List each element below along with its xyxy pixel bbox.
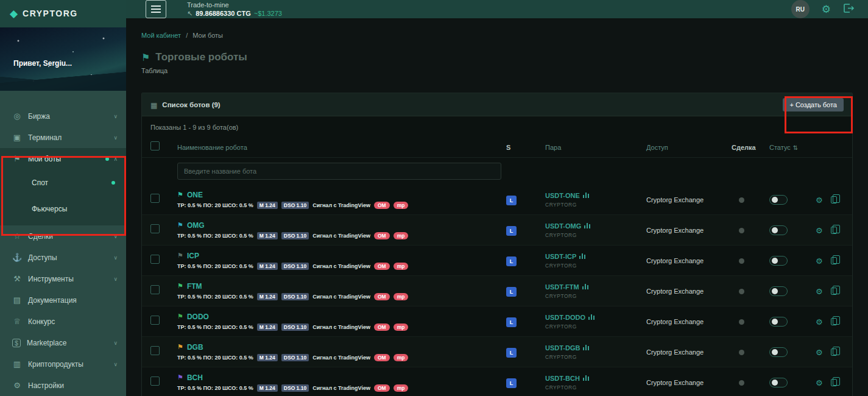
- row-checkbox[interactable]: [150, 316, 160, 325]
- column-header-status[interactable]: Статус: [766, 144, 816, 151]
- sidebar-item-access[interactable]: ⚓Доступы∨: [0, 247, 126, 268]
- pair-link[interactable]: USDT-ONE: [545, 192, 640, 199]
- status-toggle[interactable]: [769, 195, 788, 205]
- martingale-badge: M 1.24: [257, 354, 278, 361]
- breadcrumb: Мой кабинет / Мои боты: [141, 32, 853, 39]
- column-header-deal[interactable]: Сделка: [732, 144, 766, 151]
- sidebar-subitem-futures[interactable]: Фьючерсы: [0, 196, 126, 222]
- row-checkbox[interactable]: [150, 224, 160, 233]
- exchange-sublabel: CRYPTORG: [545, 263, 640, 269]
- row-checkbox[interactable]: [150, 377, 160, 386]
- brand-header[interactable]: CRYPTORG: [0, 0, 126, 27]
- status-toggle[interactable]: [769, 256, 788, 266]
- signal-label: Сигнал с TradingView: [312, 202, 370, 208]
- breadcrumb-link-cabinet[interactable]: Мой кабинет: [141, 32, 181, 39]
- chart-icon: [588, 314, 595, 320]
- select-all-checkbox[interactable]: [150, 141, 160, 150]
- sidebar-subitem-spot[interactable]: Спот: [0, 169, 126, 196]
- pair-link[interactable]: USDT-FTM: [545, 283, 640, 291]
- pair-link[interactable]: USDT-DODO: [545, 314, 640, 321]
- sidebar-subitem-label: Спот: [32, 179, 48, 187]
- sidebar: CRYPTORG Привет, Sergiu... ◎Биржа∨▣Терми…: [0, 0, 126, 396]
- copy-bot-icon[interactable]: [831, 288, 837, 295]
- settings-gear-icon[interactable]: [822, 3, 831, 16]
- chevron-down-icon: ∨: [113, 340, 118, 346]
- copy-bot-icon[interactable]: [831, 257, 837, 264]
- bots-icon: [141, 52, 150, 63]
- martingale-badge: M 1.24: [257, 293, 278, 300]
- row-actions: [816, 286, 844, 297]
- status-toggle[interactable]: [769, 286, 788, 296]
- pair-link[interactable]: USDT-BCH: [545, 375, 640, 382]
- sidebar-item-terminal[interactable]: ▣Терминал∨: [0, 127, 126, 148]
- status-toggle[interactable]: [769, 378, 788, 387]
- pair-link[interactable]: USDT-OMG: [545, 222, 640, 230]
- sidebar-item-marketplace[interactable]: $Marketplace∨: [0, 332, 126, 353]
- bot-settings-icon[interactable]: [816, 286, 823, 297]
- bot-settings-icon[interactable]: [816, 225, 823, 236]
- bot-settings-icon[interactable]: [816, 194, 823, 205]
- online-dot: [105, 157, 109, 161]
- column-header-access[interactable]: Доступ: [640, 144, 732, 151]
- bot-name[interactable]: OMG: [187, 221, 205, 230]
- bot-name[interactable]: FTM: [187, 282, 202, 291]
- sidebar-item-products[interactable]: ▥Криптопродукты∨: [0, 353, 126, 375]
- bot-settings-icon[interactable]: [816, 255, 823, 266]
- status-cell: [766, 194, 816, 205]
- sidebar-item-deals[interactable]: ☆Сделки∨: [0, 225, 126, 247]
- bot-name[interactable]: BCH: [187, 373, 203, 382]
- gem-logo-icon: [10, 7, 18, 20]
- pair-link[interactable]: USDT-DGB: [545, 344, 640, 352]
- copy-bot-icon[interactable]: [831, 348, 837, 356]
- row-checkbox[interactable]: [150, 194, 160, 203]
- bot-name[interactable]: ICP: [187, 252, 199, 260]
- sidebar-item-bots[interactable]: ⚑Мои боты∧: [0, 148, 126, 169]
- logout-icon[interactable]: [843, 3, 855, 16]
- om-tag: OM: [374, 202, 390, 209]
- bot-name[interactable]: ONE: [187, 191, 203, 199]
- copy-bot-icon[interactable]: [831, 196, 837, 203]
- row-checkbox[interactable]: [150, 255, 160, 264]
- bot-name-cell: ⚑ ONE TP: 0.5 % ПО: 20 ШСО: 0.5 % M 1.24…: [177, 191, 506, 209]
- bot-name[interactable]: DODO: [187, 313, 209, 321]
- dso-badge: DSO 1.10: [281, 293, 309, 300]
- copy-bot-icon[interactable]: [831, 379, 837, 386]
- bot-settings-icon[interactable]: [816, 316, 823, 327]
- copy-bot-icon[interactable]: [831, 318, 837, 325]
- column-header-name[interactable]: Наименование робота: [177, 144, 506, 151]
- row-checkbox[interactable]: [150, 346, 160, 355]
- status-cell: [766, 347, 816, 358]
- marketplace-icon: $: [12, 339, 21, 347]
- bot-settings-icon[interactable]: [816, 377, 823, 388]
- pair-link[interactable]: USDT-ICP: [545, 253, 640, 260]
- copy-bot-icon[interactable]: [831, 227, 837, 234]
- create-bot-button[interactable]: + Создать бота: [783, 98, 844, 111]
- sidebar-item-settings[interactable]: ⚙Настройки: [0, 375, 126, 396]
- status-toggle[interactable]: [769, 347, 788, 357]
- bot-name[interactable]: DGB: [187, 343, 203, 352]
- status-toggle[interactable]: [769, 317, 788, 327]
- access-cell: Cryptorg Exchange: [640, 257, 732, 264]
- sidebar-item-tools[interactable]: ⚒Инструменты∨: [0, 268, 126, 289]
- long-badge: L: [506, 196, 517, 205]
- row-checkbox[interactable]: [150, 285, 160, 294]
- deal-status-dot: [739, 319, 744, 325]
- column-header-s[interactable]: S: [506, 144, 540, 151]
- chart-icon: [579, 253, 585, 259]
- status-cell: [766, 225, 816, 236]
- column-header-pair[interactable]: Пара: [540, 144, 640, 151]
- sidebar-item-exchange[interactable]: ◎Биржа∨: [0, 105, 126, 127]
- bot-name-filter-input[interactable]: [177, 163, 501, 180]
- row-actions: [816, 255, 844, 266]
- language-switcher[interactable]: RU: [791, 0, 810, 18]
- sidebar-item-docs[interactable]: ▤Документация: [0, 289, 126, 311]
- sidebar-item-contest[interactable]: ♕Конкурс: [0, 311, 126, 332]
- bot-settings-icon[interactable]: [816, 347, 823, 358]
- signal-label: Сигнал с TradingView: [312, 355, 370, 361]
- page-subtitle: Таблица: [141, 67, 853, 74]
- pair-cell: USDT-FTM CRYPTORG: [540, 283, 640, 299]
- status-toggle[interactable]: [769, 225, 788, 235]
- sidebar-item-label: Биржа: [28, 112, 50, 121]
- menu-toggle-button[interactable]: [146, 0, 166, 18]
- user-greeting: Привет, Sergiu...: [13, 59, 72, 68]
